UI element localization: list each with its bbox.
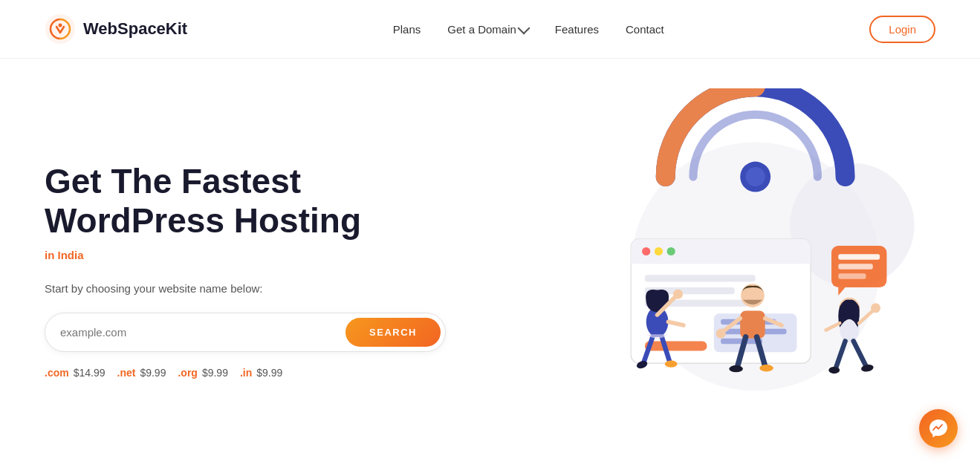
svg-point-52 xyxy=(861,364,874,373)
domain-ext-net: .net xyxy=(117,367,136,379)
domain-in: .in $9.99 xyxy=(240,367,282,379)
search-input[interactable] xyxy=(60,326,345,339)
nav-get-domain[interactable]: Get a Domain xyxy=(447,23,528,36)
svg-point-42 xyxy=(730,365,744,372)
svg-rect-9 xyxy=(632,255,811,264)
main-nav: Plans Get a Domain Features Contact xyxy=(393,23,664,36)
svg-point-38 xyxy=(716,329,726,339)
hero-illustration xyxy=(534,88,935,445)
svg-rect-13 xyxy=(645,275,756,281)
domain-ext-org: .org xyxy=(178,367,197,379)
svg-point-11 xyxy=(655,247,663,255)
chevron-down-icon xyxy=(517,22,530,34)
messenger-icon xyxy=(928,418,949,439)
domain-price-com: $14.99 xyxy=(74,367,106,379)
domain-ext-com: .com xyxy=(45,367,69,379)
svg-rect-22 xyxy=(839,254,880,259)
logo[interactable]: WebSpaceKit xyxy=(45,13,187,45)
svg-point-29 xyxy=(673,290,683,299)
illustration-svg xyxy=(534,88,935,445)
search-button[interactable]: SEARCH xyxy=(345,318,441,347)
logo-icon xyxy=(45,13,76,45)
domain-search-bar: SEARCH xyxy=(45,313,446,352)
domain-org: .org $9.99 xyxy=(178,367,228,379)
svg-point-47 xyxy=(871,303,880,313)
svg-line-50 xyxy=(854,341,866,365)
domain-ext-in: .in xyxy=(240,367,252,379)
nav-contact[interactable]: Contact xyxy=(626,23,664,36)
svg-point-34 xyxy=(665,361,678,368)
domain-price-org: $9.99 xyxy=(202,367,228,379)
logo-text: WebSpaceKit xyxy=(83,19,187,39)
svg-point-12 xyxy=(667,247,675,255)
nav-plans[interactable]: Plans xyxy=(393,23,421,36)
svg-rect-35 xyxy=(741,311,765,339)
svg-point-43 xyxy=(760,365,774,371)
login-button[interactable]: Login xyxy=(869,16,935,43)
svg-rect-23 xyxy=(839,264,874,269)
svg-rect-24 xyxy=(839,273,866,278)
hero-location: in India xyxy=(45,249,534,261)
messenger-fab[interactable] xyxy=(919,409,958,448)
svg-rect-20 xyxy=(645,341,707,350)
svg-point-10 xyxy=(643,247,651,255)
domain-com: .com $14.99 xyxy=(45,367,106,379)
hero-content: Get The Fastest WordPress Hosting in Ind… xyxy=(45,154,534,379)
svg-point-1 xyxy=(59,24,62,27)
nav-features[interactable]: Features xyxy=(555,23,599,36)
domain-net: .net $9.99 xyxy=(117,367,166,379)
hero-subtitle: Start by choosing your website name belo… xyxy=(45,282,534,295)
domain-price-in: $9.99 xyxy=(256,367,282,379)
svg-point-6 xyxy=(746,167,765,186)
hero-title: Get The Fastest WordPress Hosting xyxy=(45,162,534,241)
domain-price-list: .com $14.99 .net $9.99 .org $9.99 .in $9… xyxy=(45,367,534,379)
domain-price-net: $9.99 xyxy=(140,367,166,379)
svg-point-51 xyxy=(829,367,840,373)
